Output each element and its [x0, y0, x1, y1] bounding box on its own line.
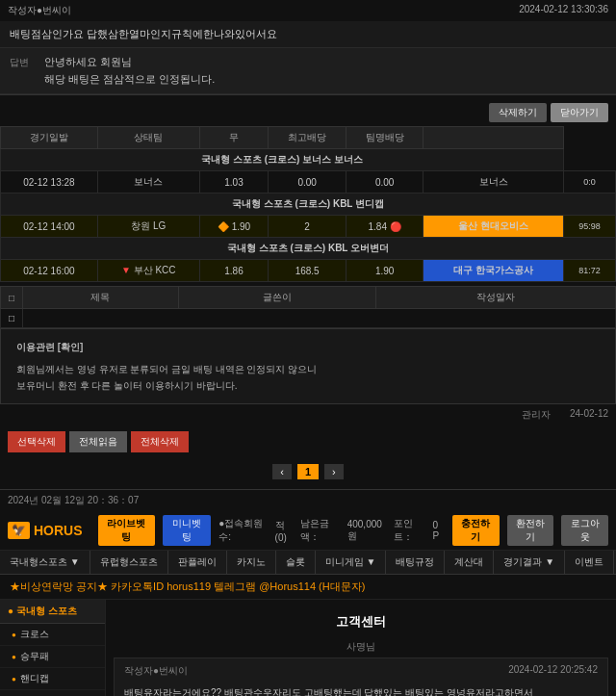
score: 0:0: [563, 171, 615, 193]
nav-calculator[interactable]: 계산대: [445, 551, 494, 574]
nav-betting-rules[interactable]: 배팅규정: [386, 551, 445, 574]
away-team: 보너스: [424, 171, 564, 193]
sidebar-item-cross[interactable]: ●크로스: [0, 624, 105, 646]
cs-subtitle: 사명님: [114, 636, 608, 657]
action-buttons: 선택삭제 전체읽음 전체삭제: [0, 425, 616, 458]
prev-page-button[interactable]: ‹: [272, 464, 292, 479]
btn-mini-betting[interactable]: 미니벳팅: [163, 515, 211, 546]
cs-title: 고객센터: [114, 607, 608, 636]
connected-users-label: ●접속회원 수:: [218, 517, 267, 544]
table-row: 02-12 13:28 보너스 1.03 0.00 0.00 보너스 0:0: [1, 171, 616, 193]
table-row: 02-12 14:00 창원 LG 🔶 1.90 2 1.84 🔴 울산 현대오…: [1, 216, 616, 238]
chat-author: 작성자●번씨이: [8, 4, 71, 17]
nav-europe-sports[interactable]: 유럽형스포츠: [90, 551, 168, 574]
point-label: 포인트：: [394, 517, 425, 544]
home-odds: 🔶 1.90: [199, 216, 269, 238]
exchange-button[interactable]: 환전하기: [507, 515, 554, 546]
read-all-button[interactable]: 전체읽음: [69, 431, 127, 452]
cs-message-block: 작성자●번씨이 2024-02-12 20:25:42 배팅유자라는거에요?? …: [114, 657, 608, 696]
horus-status-bar: ●접속회원 수: 적(0) 남은금액： 400,000 원 포인트： 0 P 충…: [218, 515, 608, 546]
cs-message-meta: 작성자●번씨이 2024-02-12 20:25:42: [124, 664, 598, 678]
notice-expanded: 이용관련 [확인] 회원님께서는 영넝 유저로 분류되어 금일 배팅 내역은 인…: [0, 328, 616, 404]
notice-expanded-title: 이용관련 [확인]: [16, 339, 600, 355]
sidebar-item-handicap[interactable]: ●핸디캡: [0, 668, 105, 690]
handicap: 168.5: [269, 260, 346, 282]
logout-button[interactable]: 로그아웃: [561, 515, 608, 546]
category-bonus: 국내형 스포츠 (크로스) 보너스 보너스: [1, 149, 564, 171]
announcement: ★비상연락망 공지★ 카카오톡ID horus119 텔레그램 @Horus11…: [0, 575, 616, 600]
notice-row[interactable]: □: [1, 309, 616, 328]
current-page: 1: [297, 464, 319, 479]
nav-slot[interactable]: 슬롯: [276, 551, 316, 574]
close-all-button[interactable]: 닫아가기: [551, 103, 608, 122]
cs-message-question: 배팅유자라는거에요?? 배팅관수우자리도 고배팅했는데 답했있는 배팅있는 영넝…: [124, 682, 598, 696]
nav-casino[interactable]: 카지노: [227, 551, 276, 574]
col-date: 작성일자: [375, 287, 615, 309]
main-nav: 국내형스포츠 ▼ 유럽형스포츠 판플레이 카지노 슬롯 미니게임 ▼ 배팅규정 …: [0, 551, 616, 575]
nav-results[interactable]: 경기결과 ▼: [494, 551, 565, 574]
table-controls: 삭제하기 닫아가기: [0, 99, 616, 126]
col-result: [424, 127, 564, 149]
pagination: ‹ 1 ›: [0, 458, 616, 485]
charge-button[interactable]: 충전하기: [452, 515, 500, 546]
notice-checkbox[interactable]: □: [1, 309, 23, 328]
nav-events[interactable]: 이벤트: [565, 551, 614, 574]
col-home-team: 상태팀: [97, 127, 199, 149]
sidebar: ● 국내형 스포츠 ●크로스 ●승무패 ●핸디캡 ●스페셜 ● 유럽형 스포츠 …: [0, 600, 106, 696]
match-date: 02-12 14:00: [1, 216, 98, 238]
chat-answer-content: 안녕하세요 회원님 해당 배팅은 점삼적으로 인정됩니다.: [44, 54, 215, 88]
main-content: ● 국내형 스포츠 ●크로스 ●승무패 ●핸디캡 ●스페셜 ● 유럽형 스포츠 …: [0, 600, 616, 696]
chat-datetime: 2024-02-12 13:30:36: [519, 4, 608, 17]
home-odds: 1.86: [199, 260, 269, 282]
sidebar-item-special[interactable]: ●스페셜: [0, 690, 105, 696]
nav-mini-game[interactable]: 미니게임 ▼: [316, 551, 387, 574]
select-delete-button[interactable]: 선택삭제: [8, 431, 65, 452]
horus-navbar: 🦅 HORUS 라이브벳팅 미니벳팅 ●접속회원 수: 적(0) 남은금액： 4…: [0, 511, 616, 551]
category-kbl-ou: 국내형 스포츠 (크로스) KBL 오버변더: [1, 238, 616, 260]
sports-section: 삭제하기 닫아가기 경기일발 상태팀 무 최고배당 팀명배당 국내형 스포츠 (…: [0, 95, 616, 489]
score: 95:98: [563, 216, 615, 238]
cs-message-author: 작성자●번씨이: [124, 664, 188, 678]
col-away-team: 팀명배당: [346, 127, 424, 149]
home-team: 창원 LG: [97, 216, 199, 238]
col-draw: 무: [199, 127, 269, 149]
category-kbl-handicap: 국내형 스포츠 (크로스) KBL 변디캡: [1, 193, 616, 216]
balance-value: 400,000 원: [347, 519, 386, 543]
notice-date: 24-02-12: [570, 408, 608, 422]
notice-expanded-content: 회원님께서는 영넝 유저로 분류되어 금일 배팅 내역은 인정되지 않으니 보유…: [16, 361, 600, 394]
sidebar-item-win-draw-loss[interactable]: ●승무패: [0, 646, 105, 668]
connected-users-count: 적(0): [275, 519, 293, 543]
away-odds: 0.00: [346, 171, 424, 193]
handicap: 0.00: [269, 171, 346, 193]
score: 81:72: [563, 260, 615, 282]
away-odds: 1.90: [346, 260, 424, 282]
btn-live-betting[interactable]: 라이브벳팅: [98, 515, 155, 546]
chat-answer-row: 답변 안녕하세요 회원님 해당 배팅은 점삼적으로 인정됩니다.: [0, 48, 616, 94]
sidebar-cat-domestic: ● 국내형 스포츠: [0, 600, 105, 624]
home-odds: 1.03: [199, 171, 269, 193]
col-checkbox: □: [1, 287, 23, 309]
horus-header-datetime: 2024년 02월 12일 20：36：07: [0, 489, 616, 511]
horus-logo-text: HORUS: [34, 523, 83, 538]
match-date: 02-12 16:00: [1, 260, 98, 282]
cs-section: 고객센터 사명님 작성자●번씨이 2024-02-12 20:25:42 배팅유…: [106, 600, 616, 696]
table-row: 02-12 16:00 ▼ 부산 KCC 1.86 168.5 1.90 대구 …: [1, 260, 616, 282]
notice-author: 관리자: [522, 408, 551, 422]
col-date: 경기일발: [1, 127, 98, 149]
delete-all-button[interactable]: 전체삭제: [131, 431, 189, 452]
col-handicap: 최고배당: [269, 127, 346, 149]
chat-header: 작성자●번씨이 2024-02-12 13:30:36: [0, 0, 616, 21]
col-title: 제목: [23, 287, 179, 309]
chat-question: 배팅점삼인가요 답했삼한열마인지규칙에한나와있어서요: [0, 21, 616, 48]
nav-parlay[interactable]: 판플레이: [168, 551, 227, 574]
delete-button[interactable]: 삭제하기: [489, 103, 547, 122]
horus-logo-icon: 🦅: [8, 522, 30, 539]
cs-message-datetime: 2024-02-12 20:25:42: [508, 664, 598, 678]
nav-domestic-sports[interactable]: 국내형스포츠 ▼: [0, 551, 90, 574]
next-page-button[interactable]: ›: [324, 464, 344, 479]
col-author: 글쓴이: [178, 287, 375, 309]
sports-table: 경기일발 상태팀 무 최고배당 팀명배당 국내형 스포츠 (크로스) 보너스 보…: [0, 126, 616, 282]
away-odds: 1.84 🔴: [346, 216, 424, 238]
handicap: 2: [269, 216, 346, 238]
horus-logo: 🦅 HORUS: [8, 522, 83, 539]
